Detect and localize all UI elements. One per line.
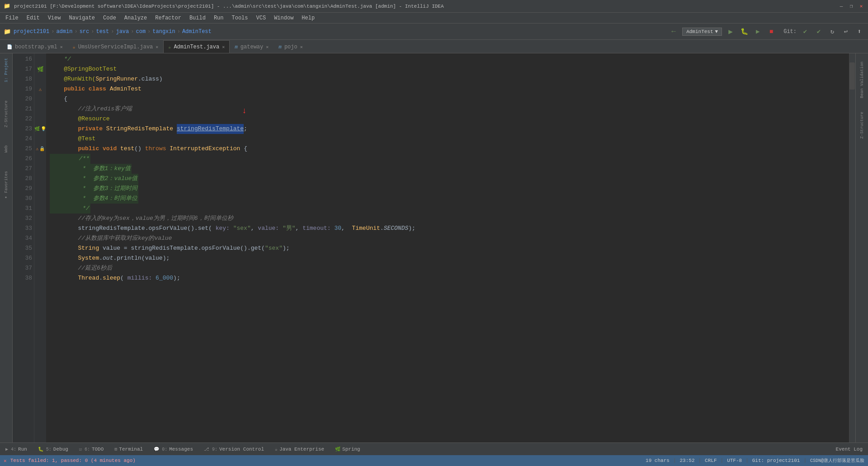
menu-tools[interactable]: Tools bbox=[228, 14, 252, 22]
gutter-26 bbox=[34, 154, 46, 164]
minimize-button[interactable]: — bbox=[838, 3, 844, 10]
test-result-text: Tests failed: 1, passed: 0 (4 minutes ag… bbox=[10, 458, 136, 463]
bottom-tab-event-log[interactable]: Event Log bbox=[834, 443, 864, 455]
menu-window[interactable]: Window bbox=[270, 14, 297, 22]
vertical-scrollbar[interactable] bbox=[849, 53, 855, 442]
status-crlf[interactable]: CRLF bbox=[705, 458, 717, 463]
breadcrumb-project[interactable]: project2101 bbox=[14, 29, 49, 35]
navigate-back-button[interactable]: ← bbox=[669, 27, 679, 37]
gutter-34 bbox=[34, 233, 46, 243]
panel-tab-1[interactable]: 1: Project bbox=[2, 53, 11, 87]
menu-bar: File Edit View Navigate Code Analyze Ref… bbox=[0, 13, 868, 24]
warn-gutter-25[interactable]: ⚠ bbox=[36, 146, 38, 152]
code-line-16: */ bbox=[50, 54, 845, 64]
breadcrumb-admintest[interactable]: AdminTest bbox=[182, 29, 212, 35]
tab-gateway-close[interactable]: ✕ bbox=[266, 44, 269, 50]
menu-vcs[interactable]: VCS bbox=[253, 14, 270, 22]
bottom-tab-messages[interactable]: 💬 0: Messages bbox=[152, 443, 195, 455]
menu-run[interactable]: Run bbox=[210, 14, 227, 22]
messages-tab-num: 💬 0: bbox=[154, 447, 167, 452]
run-config-label: AdminTest bbox=[686, 29, 713, 34]
status-time: 23:52 bbox=[679, 458, 694, 463]
panel-tab-web[interactable]: Web bbox=[2, 141, 11, 157]
menu-analyze[interactable]: Analyze bbox=[121, 14, 151, 22]
panel-tab-favorites[interactable]: ★ Favorites bbox=[2, 166, 11, 204]
git-check-icon[interactable]: ✔ bbox=[800, 27, 810, 37]
bottom-tab-todo[interactable]: ☑ 6: TODO bbox=[77, 443, 105, 455]
restore-button[interactable]: ❐ bbox=[848, 3, 854, 10]
tab-gateway[interactable]: m gateway ✕ bbox=[230, 40, 274, 53]
status-charset[interactable]: UTF-8 bbox=[727, 458, 742, 463]
bottom-tab-java-enterprise[interactable]: ☕ Java Enterprise bbox=[273, 443, 326, 455]
code-line-22: @Resource bbox=[50, 114, 845, 124]
breadcrumb-admin[interactable]: admin bbox=[56, 29, 72, 35]
tab-ums[interactable]: ☕ UmsUserServiceImpl.java ✕ bbox=[68, 40, 164, 53]
git-push-icon[interactable]: ⬆ bbox=[854, 27, 864, 37]
menu-refactor[interactable]: Refactor bbox=[151, 14, 185, 22]
bottom-tab-debug[interactable]: 🐛 5: Debug bbox=[36, 443, 70, 455]
git-check2-icon[interactable]: ✔ bbox=[814, 27, 824, 37]
tab-bootstrap[interactable]: 📄 bootstrap.yml ✕ bbox=[2, 40, 68, 53]
vc-tab-label: Version Control bbox=[219, 447, 264, 452]
tab-bootstrap-close[interactable]: ✕ bbox=[60, 44, 63, 50]
ums-file-icon: ☕ bbox=[73, 44, 75, 50]
editor-container: 16 17 18 19 20 21 22 23 24 25 26 27 28 2… bbox=[13, 53, 855, 442]
tab-pojo[interactable]: m pojo ✕ bbox=[274, 40, 307, 53]
panel-tab-z-structure-right[interactable]: Z-Structure bbox=[858, 107, 867, 143]
tab-admintest-close[interactable]: ✕ bbox=[222, 44, 225, 50]
run-gutter-icon[interactable]: 🌿 bbox=[34, 126, 40, 132]
code-area[interactable]: */ @SpringBootTest @RunWith(SpringRunner… bbox=[46, 53, 849, 442]
menu-edit[interactable]: Edit bbox=[23, 14, 43, 22]
tab-ums-close[interactable]: ✕ bbox=[156, 44, 158, 50]
bottom-tab-terminal[interactable]: ⊞ Terminal bbox=[113, 443, 145, 455]
run-button[interactable]: ▶ bbox=[726, 27, 736, 37]
code-line-35: String value = stringRedisTemplate.opsFo… bbox=[50, 243, 845, 253]
tab-pojo-label: pojo bbox=[284, 44, 297, 50]
breadcrumb-tangxin[interactable]: tangxin bbox=[152, 29, 175, 35]
status-bar: ✕ Tests failed: 1, passed: 0 (4 minutes … bbox=[0, 455, 868, 466]
run-tab-num: ▶ 4: bbox=[5, 447, 16, 452]
code-line-20: { bbox=[50, 94, 845, 104]
stop-button[interactable]: ■ bbox=[766, 27, 776, 37]
line-numbers: 16 17 18 19 20 21 22 23 24 25 26 27 28 2… bbox=[13, 53, 34, 442]
window-controls: — ❐ ✕ bbox=[838, 3, 864, 10]
bottom-tab-version-control[interactable]: ⎇ 9: Version Control bbox=[202, 443, 266, 455]
code-line-29: * 参数3：过期时间 bbox=[50, 184, 845, 194]
main-layout: 1: Project Z-Structure Web ★ Favorites 1… bbox=[0, 53, 868, 442]
gutter-19[interactable]: ⚠ bbox=[34, 84, 46, 94]
scroll-thumb[interactable] bbox=[849, 62, 855, 90]
breadcrumb-java[interactable]: java bbox=[116, 29, 129, 35]
gutter-32 bbox=[34, 214, 46, 223]
run-config-selector[interactable]: AdminTest ▼ bbox=[682, 28, 722, 36]
git-undo-icon[interactable]: ↩ bbox=[841, 27, 851, 37]
breadcrumb-com[interactable]: com bbox=[136, 29, 146, 35]
gutter-27 bbox=[34, 164, 46, 174]
tab-admintest[interactable]: ☕ AdminTest.java ✕ bbox=[163, 40, 230, 53]
red-arrow-indicator: ↓ bbox=[251, 114, 286, 144]
panel-tab-bean-validation[interactable]: Bean Validation bbox=[858, 57, 867, 103]
menu-help[interactable]: Help bbox=[298, 14, 318, 22]
lock-gutter-25[interactable]: 🔒 bbox=[39, 146, 45, 152]
debug-button[interactable]: 🐛 bbox=[739, 27, 749, 37]
menu-view[interactable]: View bbox=[44, 14, 65, 22]
bulb-gutter-icon[interactable]: 💡 bbox=[41, 126, 46, 132]
menu-navigate[interactable]: Navigate bbox=[65, 14, 99, 22]
menu-file[interactable]: File bbox=[2, 14, 22, 22]
run-with-coverage-button[interactable]: ▶ bbox=[753, 27, 763, 37]
gutter-21 bbox=[34, 104, 46, 114]
menu-build[interactable]: Build bbox=[186, 14, 209, 22]
tab-pojo-close[interactable]: ✕ bbox=[300, 44, 303, 50]
close-button[interactable]: ✕ bbox=[858, 3, 864, 10]
bottom-tab-spring[interactable]: 🌿 Spring bbox=[333, 443, 362, 455]
breadcrumb-test[interactable]: test bbox=[96, 29, 109, 35]
messages-tab-label: Messages bbox=[169, 447, 193, 452]
menu-code[interactable]: Code bbox=[99, 14, 120, 22]
gutter-33 bbox=[34, 223, 46, 233]
bottom-tab-run[interactable]: ▶ 4: Run bbox=[4, 443, 29, 455]
panel-tab-structure[interactable]: Z-Structure bbox=[2, 96, 11, 132]
code-line-26: /** bbox=[50, 154, 845, 164]
je-tab-icon: ☕ bbox=[275, 447, 278, 452]
breadcrumb-src[interactable]: src bbox=[80, 29, 90, 35]
git-refresh-icon[interactable]: ↻ bbox=[827, 27, 837, 37]
toolbar-right: ← AdminTest ▼ ▶ 🐛 ▶ ■ Git: ✔ ✔ ↻ ↩ ⬆ bbox=[669, 27, 864, 37]
